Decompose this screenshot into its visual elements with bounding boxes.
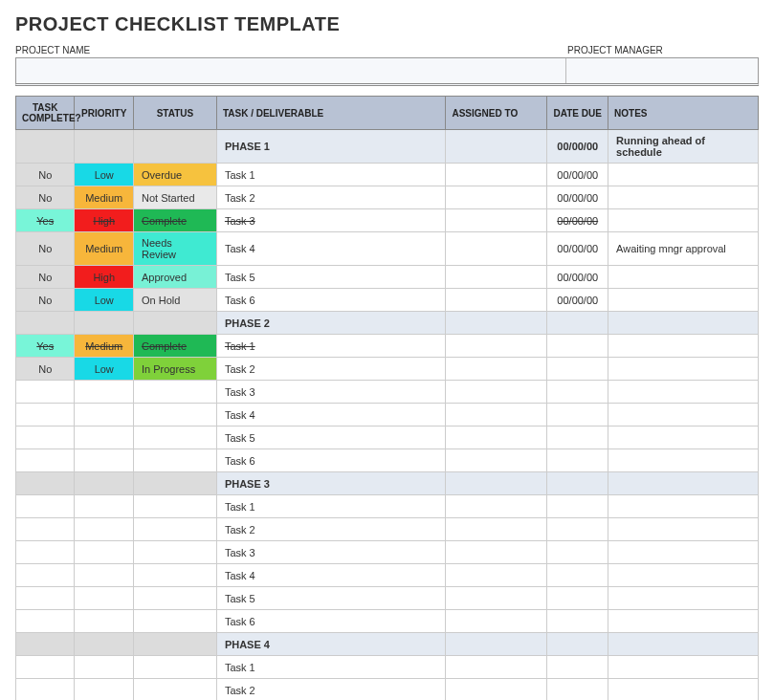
cell-complete[interactable] (16, 610, 75, 633)
cell-priority[interactable]: High (75, 266, 133, 289)
cell-notes[interactable] (608, 164, 759, 186)
cell-assigned[interactable] (446, 518, 547, 541)
cell-notes[interactable] (608, 610, 759, 633)
cell-task[interactable]: Task 5 (216, 587, 446, 610)
cell-status[interactable] (133, 495, 216, 518)
cell-priority[interactable] (75, 130, 133, 164)
cell-status[interactable] (133, 564, 216, 587)
cell-date-due[interactable]: 00/00/00 (547, 232, 608, 266)
cell-complete[interactable]: No (16, 232, 75, 266)
cell-priority[interactable] (75, 633, 133, 656)
cell-complete[interactable] (16, 679, 75, 701)
cell-assigned[interactable] (446, 656, 547, 679)
cell-assigned[interactable] (446, 209, 547, 232)
cell-assigned[interactable] (446, 541, 547, 564)
cell-date-due[interactable] (547, 495, 608, 518)
cell-complete[interactable] (16, 381, 75, 404)
cell-date-due[interactable]: 00/00/00 (547, 209, 608, 232)
cell-notes[interactable] (608, 656, 759, 679)
cell-notes[interactable] (608, 541, 759, 564)
cell-date-due[interactable] (547, 633, 608, 656)
cell-assigned[interactable] (446, 335, 547, 358)
cell-status[interactable] (133, 633, 216, 656)
cell-task[interactable]: PHASE 3 (216, 472, 446, 495)
cell-notes[interactable] (608, 186, 759, 209)
cell-status[interactable]: Complete (133, 209, 216, 232)
cell-task[interactable]: Task 1 (216, 656, 446, 679)
cell-date-due[interactable] (547, 518, 608, 541)
cell-complete[interactable] (16, 518, 75, 541)
cell-complete[interactable] (16, 449, 75, 472)
cell-task[interactable]: Task 1 (216, 335, 446, 358)
project-manager-input[interactable] (566, 58, 758, 83)
cell-priority[interactable]: High (75, 209, 133, 232)
cell-notes[interactable] (608, 495, 759, 518)
cell-date-due[interactable]: 00/00/00 (547, 186, 608, 209)
cell-task[interactable]: PHASE 1 (216, 130, 446, 164)
cell-notes[interactable]: Running ahead of schedule (608, 130, 759, 164)
cell-date-due[interactable] (547, 381, 608, 404)
cell-complete[interactable]: No (16, 289, 75, 312)
cell-date-due[interactable]: 00/00/00 (547, 266, 608, 289)
cell-complete[interactable] (16, 495, 75, 518)
cell-priority[interactable] (75, 564, 133, 587)
cell-task[interactable]: Task 6 (216, 449, 446, 472)
cell-date-due[interactable] (547, 449, 608, 472)
cell-assigned[interactable] (446, 381, 547, 404)
cell-status[interactable] (133, 449, 216, 472)
cell-priority[interactable]: Medium (75, 186, 133, 209)
cell-complete[interactable] (16, 656, 75, 679)
cell-date-due[interactable] (547, 610, 608, 633)
cell-task[interactable]: Task 5 (216, 266, 446, 289)
cell-complete[interactable] (16, 633, 75, 656)
cell-date-due[interactable] (547, 472, 608, 495)
cell-priority[interactable] (75, 472, 133, 495)
cell-status[interactable] (133, 679, 216, 701)
cell-date-due[interactable] (547, 564, 608, 587)
cell-assigned[interactable] (446, 130, 547, 164)
cell-date-due[interactable]: 00/00/00 (547, 289, 608, 312)
cell-complete[interactable] (16, 472, 75, 495)
cell-complete[interactable] (16, 541, 75, 564)
cell-assigned[interactable] (446, 472, 547, 495)
cell-task[interactable]: Task 4 (216, 232, 446, 266)
cell-priority[interactable]: Medium (75, 335, 133, 358)
cell-status[interactable]: Not Started (133, 186, 216, 209)
cell-assigned[interactable] (446, 289, 547, 312)
cell-task[interactable]: Task 6 (216, 289, 446, 312)
cell-task[interactable]: Task 1 (216, 495, 446, 518)
cell-priority[interactable]: Low (75, 164, 133, 186)
cell-complete[interactable]: No (16, 186, 75, 209)
cell-notes[interactable] (608, 358, 759, 381)
cell-task[interactable]: Task 3 (216, 209, 446, 232)
cell-notes[interactable]: Awaiting mngr approval (608, 232, 759, 266)
cell-assigned[interactable] (446, 633, 547, 656)
cell-status[interactable] (133, 130, 216, 164)
cell-notes[interactable] (608, 449, 759, 472)
cell-complete[interactable]: Yes (16, 335, 75, 358)
cell-complete[interactable]: Yes (16, 209, 75, 232)
cell-assigned[interactable] (446, 186, 547, 209)
cell-status[interactable] (133, 518, 216, 541)
cell-status[interactable] (133, 312, 216, 335)
cell-status[interactable]: In Progress (133, 358, 216, 381)
cell-date-due[interactable] (547, 679, 608, 701)
cell-notes[interactable] (608, 472, 759, 495)
cell-status[interactable] (133, 587, 216, 610)
cell-task[interactable]: Task 2 (216, 679, 446, 701)
cell-date-due[interactable]: 00/00/00 (547, 130, 608, 164)
cell-priority[interactable] (75, 381, 133, 404)
cell-task[interactable]: Task 3 (216, 381, 446, 404)
cell-assigned[interactable] (446, 404, 547, 427)
cell-priority[interactable]: Medium (75, 232, 133, 266)
cell-task[interactable]: Task 1 (216, 164, 446, 186)
cell-priority[interactable] (75, 312, 133, 335)
cell-complete[interactable] (16, 404, 75, 427)
cell-status[interactable]: On Hold (133, 289, 216, 312)
cell-priority[interactable] (75, 610, 133, 633)
cell-notes[interactable] (608, 312, 759, 335)
cell-assigned[interactable] (446, 427, 547, 449)
cell-assigned[interactable] (446, 449, 547, 472)
cell-status[interactable]: Approved (133, 266, 216, 289)
cell-complete[interactable] (16, 427, 75, 449)
